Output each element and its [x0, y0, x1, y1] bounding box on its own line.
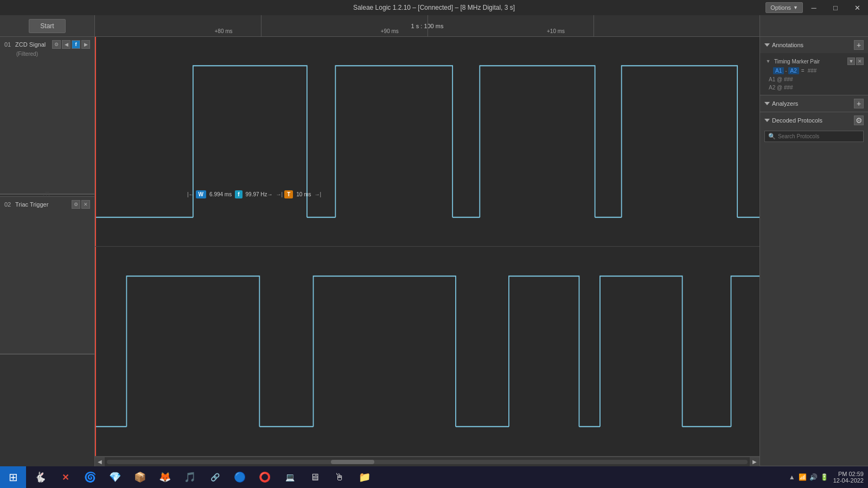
tray-network-icon[interactable]: 📶 [799, 473, 807, 481]
f-badge: f [235, 190, 242, 198]
taskbar-app-swirl[interactable]: 🌀 [78, 467, 102, 487]
circles-icon: ⭕ [258, 471, 271, 484]
start-button-area: Start [0, 15, 95, 37]
channel-1-prev-icon[interactable]: ◀ [62, 40, 71, 49]
channel-1-header: 01 ZCD Signal ⚙ ◀ f ▶ [4, 40, 90, 49]
taskbar-app-folder[interactable]: 📁 [353, 467, 376, 487]
channel-2-num: 02 [4, 201, 13, 208]
analyzers-collapse-icon [764, 102, 770, 105]
annotations-title: Annotations [772, 42, 803, 48]
taskbar-app-diamond[interactable]: 💎 [103, 467, 127, 487]
analyzers-title: Analyzers [772, 100, 798, 107]
scrollbar-thumb[interactable] [331, 460, 374, 464]
channel-bottom-area [0, 354, 94, 466]
annotations-add-button[interactable]: + [854, 40, 864, 50]
channel-1-icons: ⚙ ◀ f ▶ [52, 40, 90, 49]
marker-line-2 [95, 247, 96, 456]
taskbar-app-firefox[interactable]: 🦊 [153, 467, 177, 487]
channel-1-next-icon[interactable]: ▶ [81, 40, 90, 49]
t-badge: T [284, 190, 293, 198]
analyzers-header[interactable]: Analyzers + [760, 95, 868, 112]
taskbar: ⊞ 🐇 ✕ 🌀 💎 📦 🦊 🎵 🔗 🔵 ⭕ [0, 466, 868, 488]
taskbar-app-terminal[interactable]: 💻 [278, 467, 302, 487]
dash-separator: - [785, 68, 787, 74]
annotations-header[interactable]: Annotations + [760, 37, 868, 53]
channel-2-resize[interactable]: ··· [0, 351, 94, 354]
swirl-icon: 🌀 [84, 471, 97, 484]
channel-1-f-icon[interactable]: f [72, 40, 80, 49]
windows-logo-icon: ⊞ [9, 471, 18, 484]
a2-detail: A2 @ ### [764, 84, 864, 92]
scroll-left-arrow[interactable]: ◀ [95, 457, 105, 467]
timing-marker-triangle-icon[interactable]: ▼ [847, 57, 855, 65]
tray-up-arrow[interactable]: ▲ [788, 473, 796, 481]
music-icon: 🎵 [183, 471, 196, 484]
terminal-icon: 💻 [283, 471, 296, 484]
taskbar-app-chrome[interactable]: 🔵 [228, 467, 252, 487]
maximize-button[interactable]: □ [825, 0, 846, 15]
channel-1-settings-icon[interactable]: ⚙ [52, 40, 61, 49]
channel-2-icons: ⚙ ✕ [72, 200, 90, 209]
channel-1-resize[interactable]: ··· [0, 191, 94, 194]
taskbar-app-music[interactable]: 🎵 [178, 467, 202, 487]
timing-marker-label: Timing Marker Pair [774, 59, 820, 65]
start-menu-button[interactable]: ⊞ [0, 466, 26, 488]
analyzers-add-button[interactable]: + [854, 99, 864, 108]
equals-sign: = [801, 68, 805, 74]
decoded-protocols-title-group: Decoded Protocols [764, 117, 822, 124]
cursor-icon: 🖱 [333, 471, 346, 484]
channel-1-num: 01 [4, 41, 13, 48]
diamond-icon: 💎 [108, 471, 122, 484]
title-text: Saleae Logic 1.2.10 – [Connected] – [8 M… [353, 4, 515, 11]
close-button[interactable]: ✕ [846, 0, 868, 15]
waveform-container: |← W 6.994 ms f 99.97 Hz→ →| T 10 ms →| [95, 37, 760, 466]
chrome-icon: 🔵 [233, 471, 246, 484]
timing-marker-edit-icon[interactable]: ✕ [856, 57, 864, 65]
taskbar-app-circles[interactable]: ⭕ [253, 467, 277, 487]
timing-marker-controls: ▼ ✕ [847, 57, 864, 65]
monitor-icon: 🖥 [308, 471, 321, 484]
folder-icon: 📁 [358, 471, 371, 484]
w-badge: W [196, 190, 206, 198]
taskbar-time[interactable]: PM 02:59 12-04-2022 [833, 471, 864, 484]
search-protocols-input[interactable] [778, 133, 860, 139]
decoded-protocols-header[interactable]: Decoded Protocols ⚙ [760, 112, 868, 129]
scrollbar-track[interactable] [107, 460, 748, 464]
time-display: PM 02:59 [833, 471, 864, 477]
link-icon: 🔗 [208, 471, 221, 484]
a1-a2-row: A1 - A2 = ### [764, 66, 864, 75]
minimize-button[interactable]: ─ [803, 0, 825, 15]
start-button[interactable]: Start [29, 19, 65, 33]
search-protocols-box[interactable]: 🔍 [764, 131, 864, 142]
channel-2-header: 02 Triac Trigger ⚙ ✕ [4, 200, 90, 209]
titlebar: Saleae Logic 1.2.10 – [Connected] – [8 M… [0, 0, 868, 15]
annotations-section: Annotations + ▼ Timing Marker Pair ▼ ✕ [760, 37, 868, 95]
firefox-icon: 🦊 [158, 471, 171, 484]
f-value: 99.97 Hz→ [246, 191, 273, 197]
time-label-10ms: +10 ms [547, 28, 565, 34]
options-button[interactable]: Options ▼ [765, 2, 803, 13]
taskbar-app-cursor[interactable]: 🖱 [328, 467, 352, 487]
taskbar-app-monitor[interactable]: 🖥 [303, 467, 327, 487]
taskbar-app-bunny[interactable]: 🐇 [28, 467, 52, 487]
time-ruler: 1 s : 100 ms +80 ms +90 ms +10 ms [95, 15, 760, 37]
channel-2-close-icon[interactable]: ✕ [81, 200, 90, 209]
tray-volume-icon[interactable]: 🔊 [809, 473, 818, 481]
taskbar-app-link[interactable]: 🔗 [203, 467, 227, 487]
taskbar-app-cube[interactable]: 📦 [128, 467, 152, 487]
waveform-row-1[interactable] [95, 37, 760, 247]
scrollbar-area: ◀ ▶ [95, 457, 760, 466]
scroll-right-arrow[interactable]: ▶ [750, 457, 760, 467]
decoded-protocols-settings-button[interactable]: ⚙ [854, 115, 864, 125]
channel-2-settings-icon[interactable]: ⚙ [72, 200, 80, 209]
window-controls: ─ □ ✕ [803, 0, 868, 15]
taskbar-apps: 🐇 ✕ 🌀 💎 📦 🦊 🎵 🔗 🔵 ⭕ 💻 [26, 467, 783, 487]
tray-battery-icon[interactable]: 🔋 [820, 473, 829, 481]
channel-1-name: ZCD Signal [15, 41, 50, 48]
result-hash: ### [808, 68, 817, 74]
svg-rect-6 [95, 247, 760, 456]
waveform-row-2[interactable] [95, 247, 760, 457]
taskbar-app-x[interactable]: ✕ [53, 467, 77, 487]
a2-badge: A2 [788, 67, 799, 74]
channel-1-sub: (Filtered) [4, 51, 90, 57]
